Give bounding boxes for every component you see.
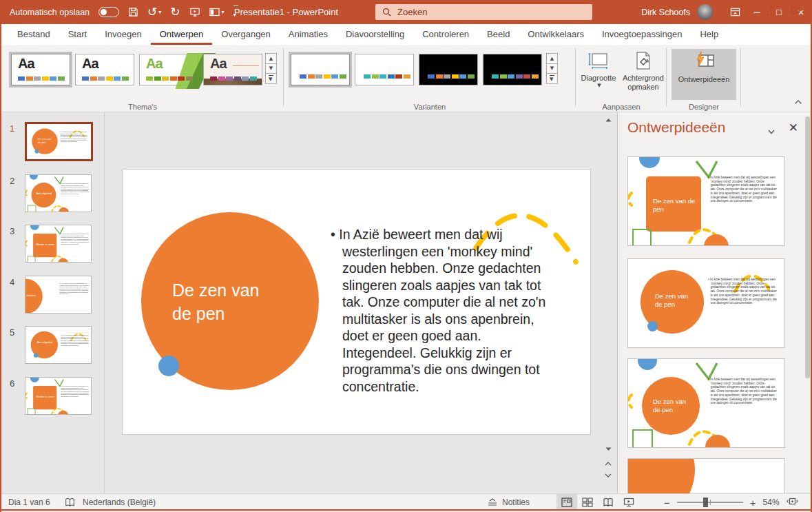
slide-body-text[interactable]: • In Azië beweert men dat wij westerling…: [331, 226, 591, 395]
search-placeholder: Zoeken: [397, 7, 427, 17]
comments-icon[interactable]: [786, 3, 805, 18]
slide-thumbnail-row-5: 5Anti-afgeleid• In Azië beweert men dat …: [1, 326, 104, 364]
theme-card-2[interactable]: Aa: [75, 54, 134, 85]
tab-ontwikkelaars[interactable]: Ontwikkelaars: [519, 24, 593, 45]
themes-scroll: ▲ ▼ ▼: [265, 54, 277, 84]
autosave-label: Automatisch opslaan: [10, 8, 90, 17]
slide-number: 1: [1, 122, 25, 161]
tab-invoegen[interactable]: Invoegen: [96, 24, 151, 45]
undo-button[interactable]: ↺▾: [147, 6, 161, 18]
variants-scroll-up[interactable]: ▲: [546, 53, 558, 64]
slide-thumbnail-6[interactable]: Minder is meer• In Azië beweert men dat …: [25, 377, 92, 415]
slide-size-button[interactable]: Diagrootte ▼: [577, 49, 620, 88]
themes-scroll-down[interactable]: ▼: [265, 63, 277, 74]
collapse-ribbon-icon[interactable]: [794, 95, 802, 107]
slide-thumbnail-4[interactable]: Internetvrij• In Azië beweert men dat wi…: [25, 276, 92, 314]
zoom-out-button[interactable]: −: [664, 497, 670, 509]
zoom-slider-handle[interactable]: [703, 498, 708, 507]
slide-number: 3: [1, 225, 25, 263]
next-slide-button[interactable]: [603, 471, 613, 480]
tab-diavoorstelling[interactable]: Diavoorstelling: [337, 24, 413, 45]
variants-more-button[interactable]: ▼: [546, 73, 558, 84]
notes-button[interactable]: Notities: [487, 494, 530, 511]
start-slideshow-icon[interactable]: [189, 7, 200, 17]
tab-beeld[interactable]: Beeld: [478, 24, 519, 45]
zoom-level[interactable]: 54%: [763, 498, 780, 507]
tab-ontwerpen[interactable]: Ontwerpen: [151, 24, 213, 45]
design-panel-title: Ontwerpideeën: [627, 119, 725, 136]
theme-card-3[interactable]: Aa: [139, 54, 198, 85]
design-panel-dropdown-icon[interactable]: [768, 125, 775, 137]
tab-animaties[interactable]: Animaties: [280, 24, 337, 45]
slide-number: 4: [1, 276, 25, 314]
quick-access-toolbar: Automatisch opslaan ↺▾ ↻ ▾ ▾: [10, 0, 238, 24]
slide-editor[interactable]: De zen van de pen • In Azië beweert men …: [122, 169, 591, 435]
normal-view-button[interactable]: [556, 494, 577, 511]
share-icon[interactable]: [761, 3, 780, 18]
themes-more-button[interactable]: ▼: [265, 73, 277, 84]
canvas-scrollbar[interactable]: [602, 112, 614, 493]
spellcheck-icon[interactable]: [65, 494, 75, 511]
slide-counter[interactable]: Dia 1 van 6: [8, 494, 50, 511]
notes-icon: [487, 498, 498, 507]
search-input[interactable]: Zoeken: [375, 4, 592, 20]
fit-to-window-icon[interactable]: [787, 497, 798, 508]
variants-scroll-down[interactable]: ▼: [546, 63, 558, 74]
design-ideas-button[interactable]: Ontwerpideeën: [672, 49, 736, 100]
language-status[interactable]: Nederlands (België): [83, 494, 156, 511]
group-themes: AaAaAaAa ▲ ▼ ▼ Thema's: [1, 45, 284, 112]
theme-card-4[interactable]: Aa: [203, 54, 262, 85]
group-label-variants: Varianten: [284, 103, 576, 111]
design-idea-card-3[interactable]: De zen van de pen• In Azië beweert men d…: [627, 358, 785, 448]
themes-scroll-up[interactable]: ▲: [265, 53, 277, 64]
design-idea-card-2[interactable]: De zen van de pen• In Azië beweert men d…: [627, 258, 785, 348]
scroll-down-icon[interactable]: [603, 444, 613, 454]
view-pane-icon[interactable]: ▾: [209, 8, 225, 17]
variant-card-4[interactable]: [483, 54, 542, 85]
design-idea-card-4[interactable]: • In Azië beweert men dat wij westerling…: [627, 458, 785, 493]
slide-number: 5: [1, 326, 25, 364]
autosave-toggle[interactable]: [98, 7, 119, 17]
avatar[interactable]: [697, 4, 713, 20]
slide-thumbnail-row-1: 1De zen van de pen• In Azië beweert men …: [1, 122, 104, 161]
slide-shape-blue-dot[interactable]: [158, 356, 179, 376]
slide-thumbnail-3[interactable]: Minder is meer• In Azië beweert men dat …: [25, 225, 92, 263]
theme-card-1[interactable]: Aa: [11, 54, 70, 85]
design-panel-scrollbar[interactable]: [805, 116, 810, 378]
variant-card-1[interactable]: [291, 54, 350, 85]
format-background-icon: [634, 51, 653, 70]
design-idea-card-1[interactable]: De zen van de pen• In Azië beweert men d…: [627, 156, 785, 246]
variants-scroll: ▲ ▼ ▼: [546, 54, 558, 84]
slide-sorter-view-button[interactable]: [577, 494, 598, 511]
format-background-button[interactable]: Achtergrond opmaken: [621, 49, 665, 92]
reading-view-button[interactable]: [598, 494, 618, 511]
scroll-up-icon[interactable]: [603, 115, 613, 125]
slide-thumbnail-2[interactable]: Anti-afgeleid• In Azië beweert men dat w…: [25, 174, 92, 212]
slide-thumbnail-5[interactable]: Anti-afgeleid• In Azië beweert men dat w…: [25, 326, 92, 364]
redo-button[interactable]: ↻: [170, 6, 180, 18]
slideshow-view-button[interactable]: [618, 494, 639, 511]
zoom-slider[interactable]: [677, 502, 743, 503]
slide-thumbnail-row-4: 4Internetvrij• In Azië beweert men dat w…: [1, 276, 104, 314]
previous-slide-button[interactable]: [603, 458, 613, 468]
variant-card-3[interactable]: [419, 54, 478, 85]
slide-thumbnail-row-3: 3Minder is meer• In Azië beweert men dat…: [1, 225, 104, 263]
slide-thumbnail-row-2: 2Anti-afgeleid• In Azië beweert men dat …: [1, 174, 104, 212]
ribbon-display-options-icon[interactable]: [724, 0, 746, 24]
tab-controleren[interactable]: Controleren: [413, 24, 478, 45]
group-customize: Diagrootte ▼ Achtergrond opmaken Aanpass…: [576, 45, 667, 112]
zoom-in-button[interactable]: +: [750, 497, 756, 509]
slide-size-icon: [587, 51, 610, 70]
variant-card-2[interactable]: [355, 54, 414, 85]
tab-invoegtoepassingen[interactable]: Invoegtoepassingen: [593, 24, 691, 45]
slide-title[interactable]: De zen van de pen: [172, 278, 259, 325]
design-panel-close-icon[interactable]: ✕: [789, 121, 798, 134]
tab-bestand[interactable]: Bestand: [8, 24, 59, 45]
save-icon[interactable]: [128, 7, 138, 17]
user-name[interactable]: Dirk Schoofs: [641, 8, 690, 17]
tab-help[interactable]: Help: [691, 24, 727, 45]
tab-start[interactable]: Start: [59, 24, 96, 45]
slide-thumbnail-1[interactable]: De zen van de pen• In Azië beweert men d…: [25, 122, 93, 161]
group-label-designer: Designer: [667, 103, 741, 111]
tab-overgangen[interactable]: Overgangen: [212, 24, 280, 45]
